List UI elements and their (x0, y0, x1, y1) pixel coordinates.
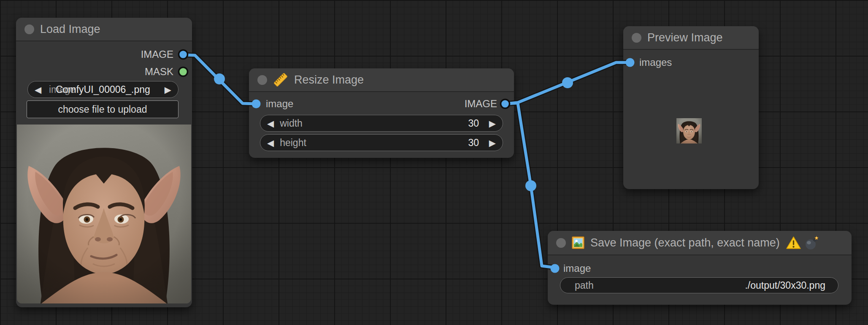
height-number-widget[interactable]: ◀ height 30 ▶ (260, 134, 503, 151)
link-midpoint-dot[interactable] (214, 73, 225, 84)
link-load-to-resize (184, 55, 256, 104)
collapse-dot[interactable] (257, 75, 267, 85)
node-save-image-titlebar[interactable]: Save Image (exact path, exact name) (548, 231, 852, 255)
node-load-image[interactable]: Load Image IMAGE MASK ◀ image ComfyUI_00… (16, 18, 192, 307)
input-label-images: images (639, 57, 672, 68)
collapse-dot[interactable] (632, 33, 641, 43)
output-label-mask: MASK (145, 66, 173, 78)
path-widget-label: path (575, 280, 594, 291)
path-text-widget[interactable]: path ./output/30x30.png (560, 277, 838, 293)
input-label-image: image (563, 263, 591, 274)
node-load-image-titlebar[interactable]: Load Image (16, 18, 192, 41)
output-label-image: IMAGE (141, 49, 173, 60)
warning-icon (786, 236, 801, 250)
image-combo-widget[interactable]: ◀ image ComfyUI_00006_.png ▶ (27, 81, 178, 98)
combo-widget-value: ComfyUI_00006_.png (28, 84, 178, 95)
height-widget-label: height (280, 137, 306, 149)
link-midpoint-dot[interactable] (562, 77, 573, 88)
choose-file-button[interactable]: choose file to upload (27, 100, 178, 118)
node-graph-canvas[interactable]: Load Image IMAGE MASK ◀ image ComfyUI_00… (0, 0, 868, 325)
ruler-icon (273, 72, 288, 87)
link-midpoint-dot[interactable] (525, 180, 536, 191)
input-label-image: image (266, 98, 293, 110)
node-title: Preview Image (647, 31, 723, 44)
height-widget-value: 30 (468, 137, 479, 149)
collapse-dot[interactable] (556, 238, 566, 248)
width-increment-arrow-icon[interactable]: ▶ (489, 119, 496, 128)
width-decrement-arrow-icon[interactable]: ◀ (267, 119, 274, 128)
node-resize-image-titlebar[interactable]: Resize Image (249, 68, 514, 92)
link-resize-to-preview (505, 62, 630, 104)
node-title: Load Image (40, 23, 100, 36)
node-resize-image[interactable]: Resize Image image IMAGE ◀ width 30 ▶ ◀ … (249, 68, 514, 158)
node-preview-image-titlebar[interactable]: Preview Image (623, 26, 759, 50)
height-decrement-arrow-icon[interactable]: ◀ (267, 138, 274, 147)
collapse-dot[interactable] (24, 24, 34, 34)
width-widget-value: 30 (468, 118, 479, 129)
width-widget-label: width (280, 118, 303, 129)
node-save-image[interactable]: Save Image (exact path, exact name) imag… (548, 231, 852, 305)
loaded-image-preview (17, 125, 191, 303)
width-number-widget[interactable]: ◀ width 30 ▶ (260, 115, 503, 132)
output-label-image: IMAGE (465, 98, 497, 110)
node-preview-image[interactable]: Preview Image images (623, 26, 759, 189)
result-thumbnail (676, 118, 702, 144)
bomb-icon (805, 236, 819, 250)
framed-picture-icon (572, 236, 584, 249)
node-title: Save Image (exact path, exact name) (590, 236, 780, 249)
path-widget-value: ./output/30x30.png (745, 280, 825, 291)
height-increment-arrow-icon[interactable]: ▶ (489, 138, 496, 147)
node-title: Resize Image (294, 73, 364, 87)
